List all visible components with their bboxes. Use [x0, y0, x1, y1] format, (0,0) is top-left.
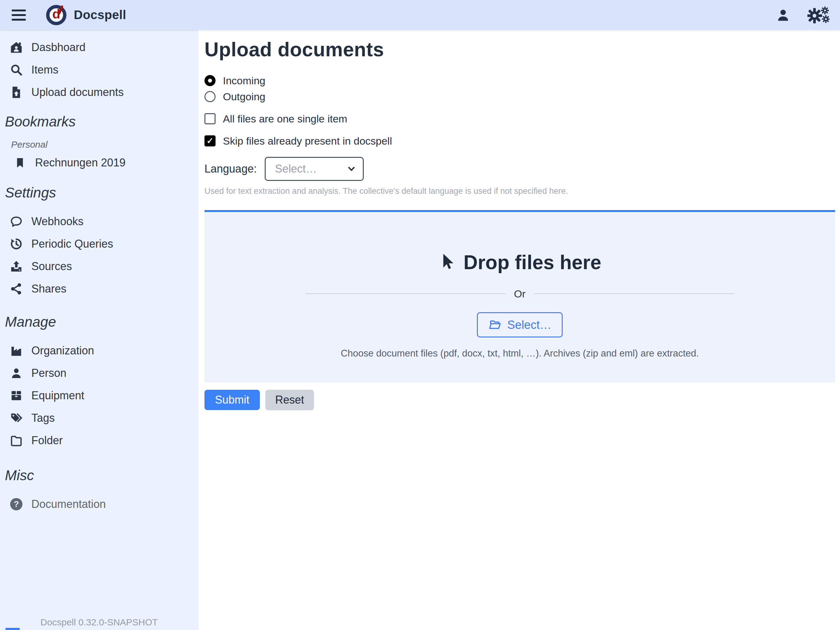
sidebar-item-label: Items — [32, 63, 58, 76]
section-heading-settings: Settings — [0, 180, 198, 204]
bookmark-icon — [14, 156, 27, 169]
sidebar-item-bookmark[interactable]: Rechnungen 2019 — [0, 151, 198, 174]
radio-unselected-icon[interactable] — [204, 91, 216, 102]
direction-radio-group: Incoming Outgoing — [204, 73, 835, 104]
sidebar-item-label: Organization — [32, 344, 94, 357]
search-icon — [10, 63, 23, 76]
bookmarks-group-label: Personal — [0, 138, 198, 151]
sidebar-item-documentation[interactable]: ? Documentation — [0, 493, 198, 515]
folder-icon — [10, 434, 23, 447]
sidebar-item-label: Tags — [32, 412, 55, 424]
menu-icon[interactable] — [12, 9, 26, 21]
sidebar: Dasbhoard Items Upload documents Bookmar… — [0, 30, 198, 630]
app-header: d Docspell — [0, 0, 840, 30]
checkbox-checked-icon[interactable] — [204, 135, 216, 146]
circle-question-icon: ? — [10, 498, 23, 511]
folder-open-icon — [488, 318, 501, 331]
dropzone-hint: Choose document files (pdf, docx, txt, h… — [341, 348, 699, 359]
sidebar-item-items[interactable]: Items — [0, 59, 198, 81]
app-version: Docspell 0.32.0-SNAPSHOT — [0, 617, 198, 628]
radio-label: Incoming — [223, 75, 265, 87]
sidebar-item-periodic-queries[interactable]: Periodic Queries — [0, 233, 198, 255]
sidebar-item-shares[interactable]: Shares — [0, 277, 198, 300]
sidebar-item-organization[interactable]: Organization — [0, 339, 198, 362]
language-select[interactable]: Select… — [265, 157, 364, 181]
sidebar-item-upload-documents[interactable]: Upload documents — [0, 81, 198, 103]
checkbox-single-item[interactable]: All files are one single item — [204, 111, 835, 127]
mouse-pointer-icon — [438, 253, 455, 272]
section-heading-manage: Manage — [0, 310, 198, 334]
sidebar-item-label: Folder — [32, 434, 63, 447]
main-content: Upload documents Incoming Outgoing All f… — [198, 30, 840, 630]
sidebar-item-equipment[interactable]: Equipment — [0, 384, 198, 407]
brand[interactable]: d Docspell — [46, 5, 126, 25]
sidebar-item-sources[interactable]: Sources — [0, 255, 198, 277]
select-files-button[interactable]: Select… — [477, 312, 563, 337]
language-label: Language: — [204, 162, 257, 175]
brand-name: Docspell — [74, 8, 126, 22]
sidebar-item-webhooks[interactable]: Webhooks — [0, 210, 198, 233]
file-dropzone[interactable]: Drop files here Or Select… Choose docume… — [204, 210, 835, 382]
select-files-label: Select… — [507, 318, 552, 332]
comment-icon — [10, 215, 23, 228]
sidebar-item-label: Upload documents — [32, 86, 123, 99]
radio-label: Outgoing — [223, 91, 265, 103]
sidebar-item-tags[interactable]: Tags — [0, 407, 198, 429]
or-text: Or — [514, 288, 526, 300]
page-title: Upload documents — [204, 38, 835, 62]
sidebar-item-label: Person — [32, 367, 66, 380]
radio-incoming[interactable]: Incoming — [204, 73, 835, 89]
section-heading-bookmarks: Bookmarks — [0, 109, 198, 133]
sidebar-item-dashboard[interactable]: Dasbhoard — [0, 36, 198, 59]
radio-selected-icon[interactable] — [204, 75, 216, 86]
docspell-logo-icon: d — [46, 5, 66, 25]
sidebar-item-person[interactable]: Person — [0, 362, 198, 384]
industry-icon — [10, 344, 23, 357]
radio-outgoing[interactable]: Outgoing — [204, 89, 835, 104]
sidebar-item-label: Rechnungen 2019 — [35, 156, 125, 169]
user-icon — [10, 367, 23, 380]
sidebar-item-label: Webhooks — [32, 215, 83, 228]
language-help-text: Used for text extraction and analysis. T… — [204, 187, 835, 196]
sidebar-item-label: Shares — [32, 282, 66, 295]
checkbox-unchecked-icon[interactable] — [204, 113, 216, 124]
sidebar-item-label: Periodic Queries — [32, 237, 113, 250]
house-user-icon — [10, 41, 23, 54]
processing-settings-button[interactable] — [807, 6, 829, 24]
tags-icon — [10, 412, 23, 424]
sidebar-item-label: Dasbhoard — [32, 41, 85, 54]
language-select-value: Select… — [275, 162, 347, 175]
checkbox-label: All files are one single item — [223, 113, 347, 125]
language-row: Language: Select… — [204, 157, 835, 181]
upload-icon — [10, 260, 23, 273]
user-icon — [776, 8, 790, 22]
section-heading-misc: Misc — [0, 463, 198, 487]
file-arrow-up-icon — [10, 86, 23, 99]
checkbox-label: Skip files already present in docspell — [223, 135, 392, 147]
reset-button[interactable]: Reset — [265, 390, 314, 410]
sidebar-item-label: Documentation — [32, 498, 106, 511]
sidebar-item-label: Sources — [32, 260, 72, 273]
chevron-down-icon — [347, 164, 356, 174]
dropzone-title-row: Drop files here — [438, 250, 601, 275]
gears-icon — [807, 6, 829, 24]
share-nodes-icon — [10, 282, 23, 295]
or-divider: Or — [305, 288, 734, 300]
form-actions: Submit Reset — [204, 390, 835, 410]
checkbox-skip-duplicates[interactable]: Skip files already present in docspell — [204, 133, 835, 149]
clock-rotate-left-icon — [10, 237, 23, 250]
user-account-button[interactable] — [776, 8, 790, 22]
submit-button[interactable]: Submit — [204, 390, 260, 410]
dropzone-title: Drop files here — [463, 250, 601, 275]
sidebar-item-folder[interactable]: Folder — [0, 429, 198, 451]
sidebar-item-label: Equipment — [32, 389, 84, 402]
scroll-indicator — [6, 628, 20, 630]
box-icon — [10, 389, 23, 402]
